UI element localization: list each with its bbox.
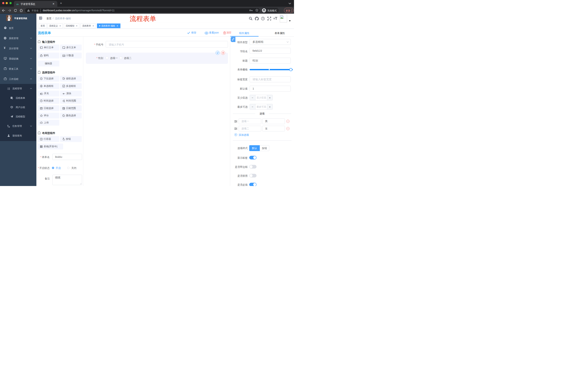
svg-text:123: 123: [63, 55, 65, 56]
